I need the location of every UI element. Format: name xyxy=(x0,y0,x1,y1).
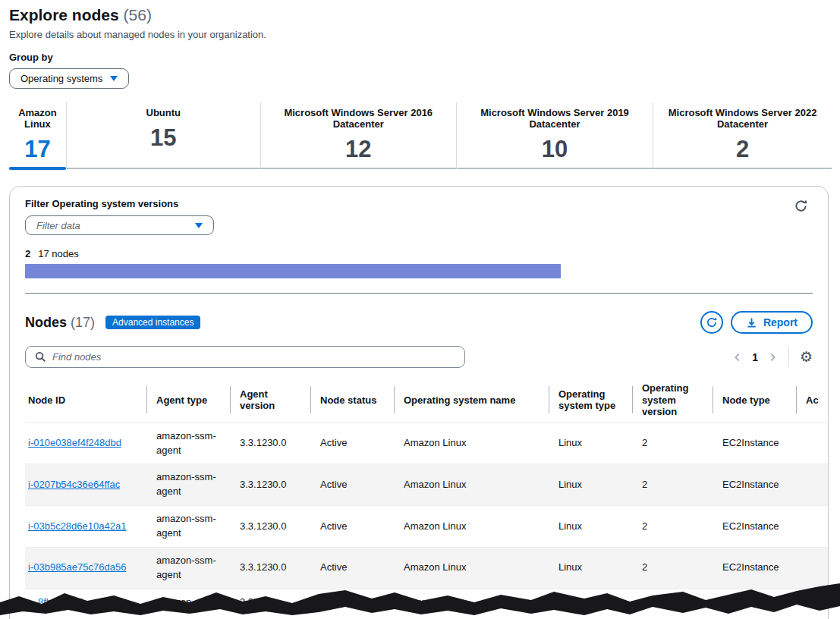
cell-os_type: Linux xyxy=(549,464,632,505)
cell-node_type: E… xyxy=(713,589,796,619)
column-header-node_type[interactable]: Node type xyxy=(713,378,796,423)
os-tab-count: 10 xyxy=(542,136,568,163)
os-tab-2[interactable]: Microsoft Windows Server 2016 Datacenter… xyxy=(260,102,456,169)
column-header-node_status[interactable]: Node status xyxy=(310,378,394,423)
group-by-select[interactable]: Operating systems xyxy=(9,68,129,89)
chevron-down-icon xyxy=(195,223,203,228)
cell-node_status: Active xyxy=(310,464,394,505)
os-tab-label: Amazon Linux xyxy=(9,107,66,130)
os-tab-4[interactable]: Microsoft Windows Server 2022 Datacenter… xyxy=(653,102,832,169)
node-id-link[interactable]: i-03b5c28d6e10a42a1 xyxy=(28,520,126,534)
nodes-header: Nodes (17) Advanced instances xyxy=(25,311,813,334)
filter-data-select[interactable]: Filter data xyxy=(25,215,214,235)
group-by: Group by Operating systems xyxy=(9,52,129,89)
explore-nodes-page: Explore nodes (56) Explore details about… xyxy=(0,0,840,619)
gear-icon: ⚙ xyxy=(800,349,813,365)
node-id-link[interactable]: i-0207b54c36e64ffac xyxy=(28,478,120,492)
column-header-account[interactable]: Ac xyxy=(796,378,828,423)
column-header-agent_type[interactable]: Agent type xyxy=(146,378,230,423)
cell-node_id: i-03b5c28d6e10a42a1 xyxy=(25,506,146,547)
table-row-partial: …8fbc5…05amazon-3.3……ux2E… xyxy=(25,589,828,619)
node-id-link[interactable]: …8fbc5…05 xyxy=(28,595,83,610)
os-tab-label: Ubuntu xyxy=(146,107,181,118)
os-tab-label: Microsoft Windows Server 2016 Datacenter xyxy=(261,107,456,130)
os-tab-count: 12 xyxy=(345,136,371,163)
os-version-key: 2 xyxy=(25,248,30,259)
node-id-link[interactable]: i-03b985ae75c76da56 xyxy=(28,561,126,575)
cell-node_status xyxy=(310,589,394,619)
cell-account xyxy=(796,548,828,589)
filter-placeholder: Filter data xyxy=(36,220,80,231)
cell-account xyxy=(796,506,828,547)
cell-node_type: EC2Instance xyxy=(713,423,796,464)
nodes-title: Nodes xyxy=(25,315,67,330)
cell-node_status: Active xyxy=(310,506,394,547)
page-title: Explore nodes xyxy=(9,6,119,24)
pagination: 1 ⚙ xyxy=(732,347,813,367)
table-header-row: Node IDAgent typeAgent versionNode statu… xyxy=(25,378,828,423)
table-toolbar: 1 ⚙ xyxy=(25,346,813,368)
column-header-node_id[interactable]: Node ID xyxy=(25,378,146,423)
chevron-down-icon xyxy=(110,76,118,81)
refresh-icon xyxy=(706,316,718,328)
cell-account xyxy=(796,464,828,505)
table-preferences-button[interactable]: ⚙ xyxy=(800,350,813,364)
page-title-count: (56) xyxy=(124,6,152,24)
column-header-os_type[interactable]: Operating system type xyxy=(549,378,632,423)
os-tab-3[interactable]: Microsoft Windows Server 2019 Datacenter… xyxy=(456,102,653,169)
chevron-left-icon xyxy=(732,352,743,363)
toolbar-divider xyxy=(788,347,789,367)
column-header-os_version[interactable]: Operating system version xyxy=(632,378,713,423)
os-tab-0[interactable]: Amazon Linux17 xyxy=(9,102,66,169)
cell-account xyxy=(796,423,828,464)
column-header-os_name[interactable]: Operating system name xyxy=(394,378,549,423)
os-tab-label: Microsoft Windows Server 2022 Datacenter xyxy=(653,107,832,130)
report-button[interactable]: Report xyxy=(731,311,813,334)
cell-node_type: EC2Instance xyxy=(713,464,796,505)
chevron-right-icon xyxy=(767,352,778,363)
nodes-section: Nodes (17) Advanced instances xyxy=(10,294,828,619)
cell-os_name: Amazon Linux xyxy=(394,506,549,547)
report-button-label: Report xyxy=(763,316,798,328)
cell-node_type: EC2Instance xyxy=(713,506,796,547)
os-tab-count: 17 xyxy=(24,136,50,163)
cell-agent_version: 3.3… xyxy=(230,589,310,619)
cell-os_version: 2 xyxy=(632,423,713,464)
cell-agent_type: amazon- xyxy=(146,589,230,619)
search-icon xyxy=(35,351,46,363)
cell-agent_version: 3.3.1230.0 xyxy=(230,464,310,505)
os-version-bar[interactable] xyxy=(25,264,561,278)
cell-agent_version: 3.3.1230.0 xyxy=(230,548,310,589)
cell-os_version: 2 xyxy=(632,506,713,547)
filter-section: Filter Operating system versions Filter … xyxy=(10,187,828,294)
next-page-button[interactable] xyxy=(767,352,778,363)
cell-node_id: i-03b985ae75c76da56 xyxy=(25,548,146,589)
cell-node_status: Active xyxy=(310,548,394,589)
os-version-node-count: 17 nodes xyxy=(38,248,79,259)
cell-os_name: Amazon Linux xyxy=(394,423,549,464)
cell-os_type: Linux xyxy=(549,506,632,547)
table-row: i-03b985ae75c76da56amazon-ssm-agent3.3.1… xyxy=(25,548,828,589)
filter-title: Filter Operating system versions xyxy=(25,198,813,209)
table-refresh-button[interactable] xyxy=(700,311,723,334)
os-tab-count: 2 xyxy=(736,136,749,163)
cell-agent_type: amazon-ssm-agent xyxy=(146,423,230,464)
cell-os_name: Amazon Linux xyxy=(394,464,549,505)
nodes-card: Filter Operating system versions Filter … xyxy=(9,186,829,619)
cell-agent_version: 3.3.1230.0 xyxy=(230,423,310,464)
table-row: i-0207b54c36e64ffacamazon-ssm-agent3.3.1… xyxy=(25,464,828,506)
group-by-label: Group by xyxy=(9,52,129,63)
find-nodes-search[interactable] xyxy=(25,346,465,368)
cell-os_name: Amazon Linux xyxy=(394,548,549,589)
os-tab-count: 15 xyxy=(150,124,176,152)
search-input[interactable] xyxy=(52,351,455,363)
download-icon xyxy=(746,317,757,328)
page-header: Explore nodes (56) Explore details about… xyxy=(9,6,266,40)
previous-page-button[interactable] xyxy=(732,352,743,363)
os-tab-1[interactable]: Ubuntu15 xyxy=(66,102,260,169)
filter-refresh-button[interactable] xyxy=(794,199,808,215)
cell-os_type: Linux xyxy=(549,548,632,589)
current-page-number[interactable]: 1 xyxy=(746,351,764,363)
column-header-agent_version[interactable]: Agent version xyxy=(230,378,310,423)
node-id-link[interactable]: i-010e038ef4f248dbd xyxy=(28,436,121,451)
